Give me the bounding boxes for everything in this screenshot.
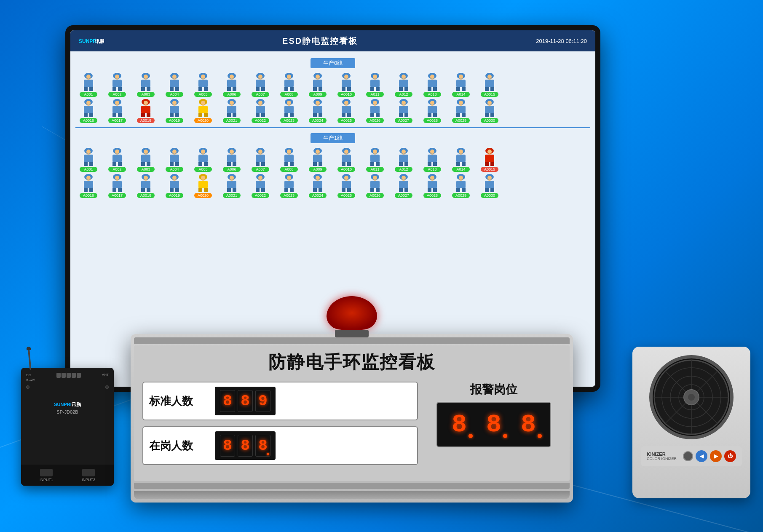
connector: [77, 373, 81, 378]
alarm-light-base: [335, 330, 369, 337]
led-digit: 8: [238, 390, 253, 412]
svg-rect-46: [284, 80, 294, 87]
svg-rect-23: [170, 87, 174, 91]
svg-rect-114: [175, 113, 179, 117]
ionizer-controls: IONIZER COLOR IONIZER ◀ ▶ ⏻: [641, 446, 742, 466]
monitor-datetime: 2019-11-28 06:11:20: [536, 38, 587, 44]
worker-item: A0024: [305, 99, 331, 123]
worker-item: A0019: [161, 174, 187, 198]
svg-rect-41: [256, 87, 260, 91]
ionizer-main-label: IONIZER: [647, 452, 677, 457]
worker-badge: A005: [194, 92, 212, 97]
worker-item: A0024: [305, 174, 331, 198]
svg-rect-173: [456, 113, 460, 117]
svg-rect-299: [198, 188, 202, 192]
worker-item-alert-yellow: A0020: [190, 99, 216, 123]
svg-rect-90: [490, 87, 494, 91]
svg-rect-161: [399, 113, 403, 117]
svg-point-73: [402, 75, 406, 79]
ionizer-knob[interactable]: [683, 451, 693, 461]
worker-badge: A014: [452, 92, 470, 97]
svg-rect-168: [433, 113, 437, 117]
svg-rect-340: [399, 181, 408, 188]
svg-point-133: [258, 101, 262, 105]
svg-rect-102: [118, 113, 122, 117]
worker-item: A007: [247, 72, 273, 97]
svg-point-181: [487, 101, 492, 105]
svg-rect-311: [256, 188, 260, 192]
svg-rect-35: [227, 87, 231, 91]
ionizer-next-button[interactable]: ▶: [710, 450, 722, 462]
worker-badge: A0025: [337, 193, 355, 198]
worker-item: A0021: [219, 99, 245, 123]
ionizer-prev-button[interactable]: ◀: [696, 450, 707, 462]
worker-item: A002: [104, 147, 130, 172]
worker-badge: A0029: [452, 118, 470, 123]
svg-rect-214: [227, 155, 236, 162]
worker-badge: A0018: [137, 118, 155, 123]
svg-point-187: [86, 150, 91, 154]
control-box-top: DC 9-12V ANT: [26, 373, 109, 382]
worker-badge: A007: [252, 92, 269, 97]
worker-badge: A0019: [166, 118, 183, 123]
svg-rect-89: [485, 87, 489, 91]
ionizer-power-button[interactable]: ⏻: [724, 450, 736, 462]
worker-item: A0025: [333, 174, 359, 198]
svg-point-271: [487, 150, 492, 154]
svg-point-97: [86, 101, 91, 105]
svg-rect-94: [84, 106, 93, 113]
svg-rect-100: [112, 106, 122, 113]
alarm-led-dot: [538, 434, 542, 438]
svg-rect-330: [347, 188, 351, 192]
worker-badge: A006: [223, 92, 241, 97]
svg-rect-34: [227, 80, 236, 87]
worker-item: A004: [161, 147, 187, 172]
stats-left: 标准人数 8 8 9 在岗人数 8 8 8: [142, 382, 418, 476]
svg-rect-276: [89, 188, 93, 192]
control-box: DC 9-12V ANT SUNPRI讯鹏 SP-JD02B INPUT1: [21, 368, 114, 486]
svg-rect-292: [170, 181, 179, 188]
worker-badge: A011: [366, 167, 384, 172]
svg-rect-263: [456, 162, 460, 166]
alarm-led-digit: 8: [513, 408, 543, 441]
worker-badge: A0026: [366, 118, 384, 123]
svg-rect-190: [112, 155, 122, 162]
svg-rect-268: [485, 155, 494, 162]
svg-rect-66: [376, 87, 380, 91]
input2-area: INPUT2: [82, 469, 95, 482]
svg-rect-197: [141, 162, 145, 166]
svg-rect-335: [370, 188, 374, 192]
worker-badge: A0030: [481, 193, 498, 198]
worker-item: A001: [75, 72, 102, 97]
svg-rect-53: [313, 87, 317, 91]
svg-rect-88: [485, 80, 494, 87]
svg-point-295: [172, 176, 177, 180]
svg-rect-209: [198, 162, 202, 166]
svg-rect-107: [141, 113, 145, 117]
worker-badge: A0024: [309, 193, 327, 198]
svg-rect-108: [147, 113, 150, 117]
svg-rect-58: [342, 80, 351, 87]
svg-point-229: [287, 150, 291, 154]
svg-rect-42: [261, 87, 265, 91]
worker-item: A014: [448, 147, 474, 172]
svg-rect-48: [290, 87, 294, 91]
svg-rect-30: [204, 87, 208, 91]
svg-point-337: [373, 176, 377, 180]
worker-item: A013: [419, 147, 445, 172]
worker-badge: A0028: [423, 193, 441, 198]
worker-item: A0028: [419, 174, 445, 198]
svg-rect-222: [261, 162, 265, 166]
svg-rect-16: [141, 80, 150, 87]
svg-rect-124: [227, 106, 236, 113]
svg-rect-305: [227, 188, 231, 192]
svg-rect-149: [342, 113, 345, 117]
worker-badge: A0022: [252, 118, 269, 123]
worker-badge: A001: [80, 167, 97, 172]
worker-badge: A0016: [80, 193, 97, 198]
svg-point-7: [86, 75, 91, 79]
svg-point-199: [144, 150, 148, 154]
worker-badge: A0019: [166, 193, 183, 198]
svg-rect-119: [198, 113, 202, 117]
svg-rect-244: [370, 155, 380, 162]
